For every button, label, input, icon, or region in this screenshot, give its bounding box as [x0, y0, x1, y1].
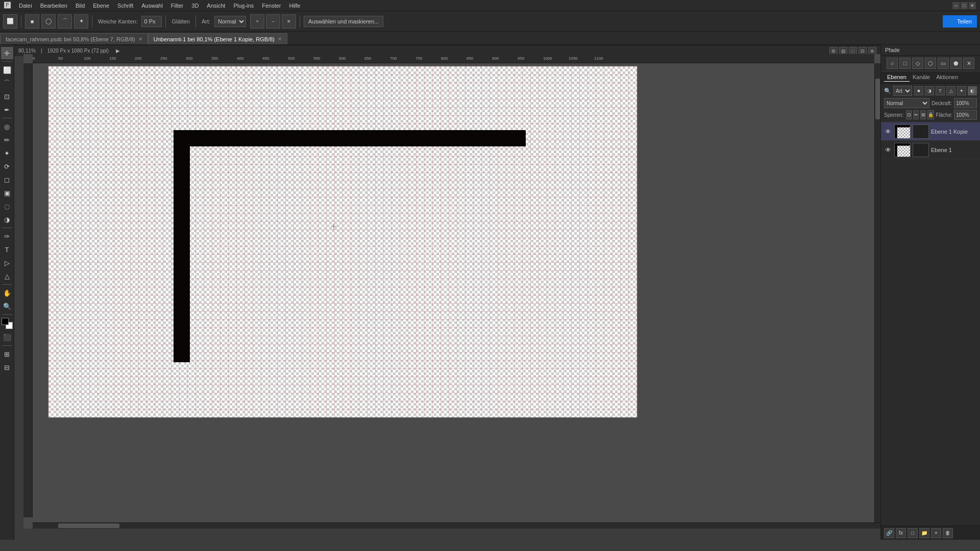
filter-pixel-icon[interactable]: ■ [914, 86, 923, 95]
canvas-path-vertical [174, 130, 190, 362]
tool-artboard[interactable]: ⊟ [1, 361, 13, 373]
minimize-button[interactable]: ─ [952, 2, 960, 9]
doc-tab-1[interactable]: Unbenannt-1 bei 80,1% (Ebene 1 Kopie, RG… [148, 33, 287, 44]
tool-zoom[interactable]: 🔍 [1, 300, 13, 312]
tab-aktionen[interactable]: Aktionen [933, 73, 961, 82]
tool-pen[interactable]: ✑ [1, 230, 13, 242]
layer-group-btn[interactable]: 📁 [919, 528, 929, 538]
menu-3d[interactable]: 3D [187, 2, 203, 10]
menu-ansicht[interactable]: Ansicht [203, 2, 229, 10]
filter-smart-icon[interactable]: ✦ [957, 86, 966, 95]
layer-fx-btn[interactable]: fx [896, 528, 906, 538]
path-tool-rect[interactable]: □ [899, 58, 911, 69]
weiche-kanten-input[interactable] [141, 16, 162, 27]
layer-delete-btn[interactable]: 🗑 [943, 528, 953, 538]
menu-ebene[interactable]: Ebene [89, 2, 113, 10]
blend-mode-select[interactable]: Normal [884, 98, 929, 108]
path-tool-anchor[interactable]: ◇ [912, 58, 923, 69]
path-tools-bar: ○ □ ◇ ⬡ ▭ ⬟ ✕ [881, 56, 980, 71]
tool-quick-mask[interactable]: ⬛ [1, 331, 13, 343]
canvas-cursor [331, 223, 337, 230]
menu-datei[interactable]: Datei [15, 2, 36, 10]
layer-type-select[interactable]: Art [893, 86, 912, 96]
horizontal-scrollbar[interactable] [33, 522, 880, 529]
toolbar-lasso-btn[interactable]: ⌒ [58, 14, 72, 29]
tool-move[interactable]: ✛ [1, 47, 13, 59]
tool-hand[interactable]: ✋ [1, 287, 13, 299]
menu-filter[interactable]: Filter [167, 2, 187, 10]
tool-dodge[interactable]: ◑ [1, 213, 13, 226]
tool-eraser[interactable]: ◻ [1, 173, 13, 186]
toolbar-circle-btn[interactable]: ◯ [41, 14, 56, 29]
filter-text-icon[interactable]: T [936, 86, 945, 95]
layer-new-btn[interactable]: + [931, 528, 941, 538]
main-layout: ✛ ⬜ ⌒ ⊡ ✒ ◎ ✏ ✦ ⟳ ◻ ▣ ◌ ◑ ✑ T ▷ △ ✋ 🔍 ⬛ … [0, 45, 980, 540]
menu-bearbeiten[interactable]: Bearbeiten [36, 2, 71, 10]
layer-item-0[interactable]: 👁 Ebene 1 Kopie [881, 122, 980, 141]
filter-shape-icon[interactable]: △ [946, 86, 955, 95]
path-tool-feather[interactable]: ⬡ [925, 58, 936, 69]
path-tool-delete[interactable]: ✕ [963, 58, 974, 69]
share-button[interactable]: 👤 Teilen [943, 15, 977, 28]
toolbar-square-btn[interactable]: ■ [25, 14, 39, 29]
tab-kanaele[interactable]: Kanäle [910, 73, 933, 82]
tool-rect[interactable]: ⬜ [1, 64, 13, 76]
menu-bild[interactable]: Bild [71, 2, 89, 10]
doc-tab-1-close[interactable]: ✕ [278, 36, 282, 42]
auswahl-button[interactable]: Auswählen und maskieren... [304, 16, 383, 27]
tool-crop[interactable]: ⊡ [1, 90, 13, 103]
filter-toggle-icon[interactable]: ◐ [968, 86, 977, 95]
glatten-label: Glätten [169, 18, 191, 24]
doc-tab-0-close[interactable]: ✕ [138, 36, 142, 42]
tool-shape[interactable]: △ [1, 270, 13, 282]
layer-item-1[interactable]: 👁 Ebene 1 [881, 141, 980, 159]
menu-fenster[interactable]: Fenster [258, 2, 285, 10]
tool-blur[interactable]: ◌ [1, 200, 13, 212]
menu-auswahl[interactable]: Auswahl [137, 2, 167, 10]
toolbar-magic-btn[interactable]: ✦ [74, 14, 88, 29]
tool-heal[interactable]: ◎ [1, 120, 13, 133]
layer-1-visibility[interactable]: 👁 [884, 146, 892, 154]
layer-0-visibility[interactable]: 👁 [884, 128, 892, 136]
doc-tab-0[interactable]: facecam_rahmen.psdc bei 50,8% (Ebene 7, … [0, 33, 148, 44]
add-selection-btn[interactable]: + [250, 14, 264, 29]
lock-artboard-btn[interactable]: ⊞ [920, 110, 926, 119]
vertical-scrollbar[interactable] [874, 63, 880, 522]
path-tool-selection[interactable]: ⬟ [950, 58, 962, 69]
menu-schrift[interactable]: Schrift [113, 2, 137, 10]
intersect-selection-btn[interactable]: ✕ [282, 14, 296, 29]
flache-input[interactable] [954, 110, 977, 120]
menu-plugins[interactable]: Plug-ins [229, 2, 258, 10]
layer-1-mask-thumbnail [913, 143, 929, 157]
layer-link-btn[interactable]: 🔗 [884, 528, 894, 538]
tool-path-select[interactable]: ▷ [1, 257, 13, 269]
lock-all-btn[interactable]: 🔒 [927, 110, 934, 119]
art-select[interactable]: Normal [214, 16, 246, 27]
tool-clone[interactable]: ✦ [1, 147, 13, 159]
tool-lasso[interactable]: ⌒ [1, 77, 13, 89]
svg-rect-1 [895, 125, 897, 138]
path-tool-mask[interactable]: ▭ [938, 58, 949, 69]
canvas-viewport[interactable]: 0 50 100 150 200 250 300 350 400 450 500… [23, 54, 880, 529]
left-toolbar: ✛ ⬜ ⌒ ⊡ ✒ ◎ ✏ ✦ ⟳ ◻ ▣ ◌ ◑ ✑ T ▷ △ ✋ 🔍 ⬛ … [0, 45, 14, 540]
tool-rect-select[interactable]: ⬜ [3, 14, 17, 29]
tool-text[interactable]: T [1, 243, 13, 256]
tool-history-brush[interactable]: ⟳ [1, 160, 13, 172]
menu-hilfe[interactable]: Hilfe [285, 2, 304, 10]
deckraft-input[interactable] [954, 98, 977, 108]
canvas-background[interactable] [33, 63, 874, 522]
close-button[interactable]: ✕ [969, 2, 976, 9]
lock-brush-btn[interactable]: ✏ [913, 110, 919, 119]
tab-ebenen[interactable]: Ebenen [884, 73, 910, 82]
tool-eyedropper[interactable]: ✒ [1, 104, 13, 116]
maximize-button[interactable]: □ [961, 2, 968, 9]
color-swatches[interactable] [2, 318, 13, 329]
layer-mask-btn[interactable]: □ [908, 528, 918, 538]
lock-checkerboard-btn[interactable]: ⊡ [906, 110, 912, 119]
tool-brush[interactable]: ✏ [1, 134, 13, 146]
tool-screen-mode[interactable]: ⊞ [1, 348, 13, 360]
subtract-selection-btn[interactable]: – [266, 14, 280, 29]
path-tool-circle[interactable]: ○ [887, 58, 898, 69]
filter-adjust-icon[interactable]: ◑ [925, 86, 934, 95]
tool-gradient[interactable]: ▣ [1, 187, 13, 199]
